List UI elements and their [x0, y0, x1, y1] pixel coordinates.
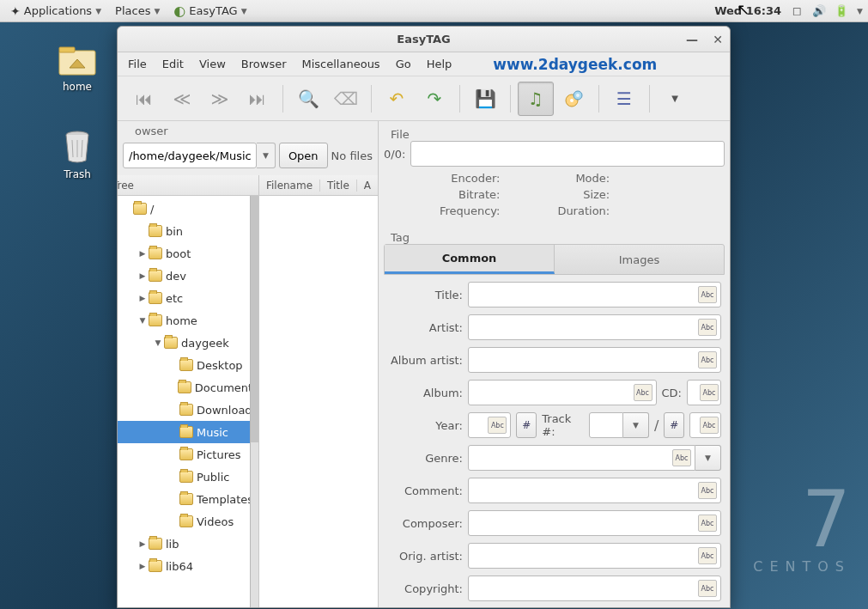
abc-icon[interactable]: Abc — [698, 351, 717, 368]
tree-row[interactable]: ▼home — [118, 309, 258, 332]
toolbar-menu-button[interactable]: ▼ — [657, 82, 693, 116]
save-button[interactable]: 💾 — [467, 82, 503, 116]
tree-row[interactable]: / — [118, 198, 258, 220]
filename-input[interactable] — [410, 141, 725, 167]
col-filename[interactable]: Filename — [259, 180, 320, 192]
expander-icon[interactable]: ▶ — [137, 539, 149, 548]
album-artist-input[interactable]: Abc — [468, 347, 721, 373]
tree-row[interactable]: Pictures — [118, 443, 258, 466]
tree-row[interactable]: Videos — [118, 510, 258, 533]
tree-row[interactable]: Music — [118, 421, 258, 443]
playlist-button[interactable]: ☰ — [606, 82, 642, 116]
artist-input[interactable]: Abc — [468, 314, 721, 340]
track-input[interactable] — [589, 412, 623, 438]
file-list-body[interactable] — [259, 196, 378, 607]
path-input[interactable] — [123, 143, 257, 168]
cddb-button[interactable] — [555, 82, 592, 116]
composer-input[interactable]: Abc — [468, 510, 721, 536]
menu-misc[interactable]: Miscellaneous — [302, 58, 380, 70]
number-tracks-button[interactable]: # — [516, 412, 537, 438]
track-dropdown[interactable]: ▼ — [623, 412, 649, 438]
orig-artist-input[interactable]: Abc — [468, 543, 721, 569]
abc-icon[interactable]: Abc — [634, 384, 653, 401]
tree-row[interactable]: ▶dev — [118, 265, 258, 287]
tree-row[interactable]: ▶boot — [118, 242, 258, 265]
tree-item-label: / — [150, 203, 154, 216]
album-input[interactable]: Abc — [468, 380, 657, 405]
expander-icon[interactable]: ▼ — [152, 338, 164, 347]
abc-icon[interactable]: Abc — [698, 319, 717, 336]
abc-icon[interactable]: Abc — [698, 286, 717, 303]
menu-edit[interactable]: Edit — [162, 58, 184, 70]
tree-row[interactable]: Templates — [118, 488, 258, 510]
app-indicator[interactable]: ◐ EasyTAG ▼ — [168, 1, 252, 21]
menu-browser[interactable]: Browser — [241, 58, 287, 70]
abc-icon[interactable]: Abc — [700, 417, 719, 434]
volume-icon[interactable]: 🔊 — [812, 4, 826, 18]
year-input[interactable]: Abc — [468, 412, 511, 438]
tree-row[interactable]: Downloads — [118, 399, 258, 421]
menu-view[interactable]: View — [199, 58, 226, 70]
total-tracks-input[interactable]: Abc — [689, 412, 721, 438]
scrollbar[interactable] — [250, 196, 258, 607]
desktop-trash-icon[interactable]: Trash — [43, 129, 112, 180]
delete-button[interactable]: ⌫ — [328, 82, 364, 116]
scan-button[interactable]: 🔍 — [290, 82, 326, 116]
tree-row[interactable]: ▶lib — [118, 533, 258, 555]
desktop-home-icon[interactable]: home — [43, 41, 112, 93]
path-dropdown[interactable]: ▼ — [257, 143, 276, 168]
undo-button[interactable]: ↶ — [379, 82, 415, 116]
abc-icon[interactable]: Abc — [698, 580, 717, 597]
comment-input[interactable]: Abc — [468, 478, 721, 503]
menu-go[interactable]: Go — [396, 58, 411, 70]
accessibility-icon[interactable]: ◻ — [790, 4, 804, 18]
title-input[interactable]: Abc — [468, 282, 721, 308]
genre-dropdown[interactable]: ▼ — [695, 445, 721, 471]
close-button[interactable]: ✕ — [711, 33, 725, 46]
tree-row[interactable]: Public — [118, 466, 258, 488]
tree-body[interactable]: /bin▶boot▶dev▶etc▼home▼daygeekDesktopDoc… — [118, 196, 258, 607]
total-tracks-button[interactable]: # — [664, 412, 684, 438]
redo-button[interactable]: ↷ — [416, 82, 452, 116]
first-button[interactable]: ⏮ — [126, 82, 162, 116]
expander-icon[interactable]: ▶ — [137, 562, 149, 570]
applications-menu[interactable]: ✦ Applications ▼ — [5, 3, 106, 20]
tree-row[interactable]: bin — [118, 220, 258, 242]
col-title[interactable]: Title — [320, 180, 357, 192]
abc-icon[interactable]: Abc — [698, 515, 717, 532]
abc-icon[interactable]: Abc — [488, 417, 507, 434]
expander-icon[interactable]: ▶ — [137, 249, 149, 258]
abc-icon[interactable]: Abc — [698, 482, 717, 499]
genre-input[interactable]: Abc — [468, 445, 695, 471]
window-titlebar[interactable]: EasyTAG — ✕ — [118, 27, 730, 52]
tree-row[interactable]: ▶lib64 — [118, 555, 258, 577]
open-button[interactable]: Open — [279, 143, 328, 168]
tag-view-button[interactable]: ♫ — [518, 82, 554, 116]
tab-images[interactable]: Images — [555, 245, 724, 274]
expander-icon[interactable]: ▶ — [137, 294, 149, 302]
minimize-button[interactable]: — — [685, 33, 699, 46]
col-artist[interactable]: A — [357, 180, 378, 192]
tree-row[interactable]: ▼daygeek — [118, 332, 258, 354]
expander-icon[interactable]: ▶ — [137, 271, 149, 280]
tree-header[interactable]: Tree — [118, 175, 258, 196]
menu-help[interactable]: Help — [427, 58, 452, 70]
tree-row[interactable]: ▶etc — [118, 287, 258, 309]
copyright-input[interactable]: Abc — [468, 576, 721, 601]
tree-row[interactable]: Desktop — [118, 354, 258, 376]
battery-icon[interactable]: 🔋 — [835, 4, 848, 18]
clock[interactable]: Wed 16:34 — [714, 4, 781, 17]
abc-icon[interactable]: Abc — [672, 449, 691, 466]
tab-common[interactable]: Common — [385, 245, 555, 274]
tree-row[interactable]: Documents — [118, 376, 258, 399]
places-menu[interactable]: Places ▼ — [110, 3, 165, 19]
cd-input[interactable]: Abc — [687, 380, 721, 405]
abc-icon[interactable]: Abc — [700, 384, 719, 401]
expander-icon[interactable]: ▼ — [137, 316, 149, 325]
next-button[interactable]: ≫ — [202, 82, 238, 116]
abc-icon[interactable]: Abc — [698, 547, 717, 564]
menu-file[interactable]: File — [128, 58, 147, 70]
last-button[interactable]: ⏭ — [240, 82, 276, 116]
chevron-down-icon[interactable]: ▼ — [857, 7, 863, 15]
prev-button[interactable]: ≪ — [164, 82, 200, 116]
